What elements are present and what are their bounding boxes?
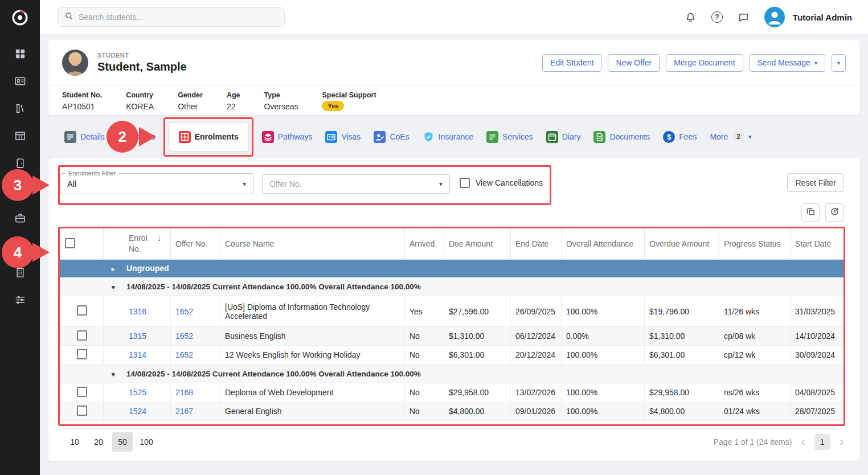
offer-no-select[interactable]: Offer No. ▾ bbox=[262, 174, 450, 194]
row-checkbox[interactable] bbox=[77, 330, 87, 341]
courses-icon[interactable] bbox=[14, 103, 26, 114]
column-header-course-name[interactable]: Course Name bbox=[220, 228, 405, 260]
progress-status-cell: cp/08 wk bbox=[719, 327, 791, 346]
dashboard-icon[interactable] bbox=[14, 48, 26, 60]
group-row-ungrouped[interactable]: ▸Ungrouped bbox=[60, 260, 844, 277]
enrol-no-link[interactable]: 1315 bbox=[129, 331, 146, 341]
chevron-left-icon[interactable]: ‹ bbox=[801, 436, 805, 448]
tab-documents[interactable]: Documents bbox=[593, 131, 650, 143]
details-icon bbox=[64, 131, 76, 143]
page-size-100[interactable]: 100 bbox=[136, 432, 157, 452]
column-header-enrol-no[interactable]: Enrol No.↓ bbox=[104, 228, 171, 260]
table-row[interactable]: 1314 1652 12 Weeks English for Working H… bbox=[60, 346, 844, 365]
info-label: Special Support bbox=[322, 91, 376, 99]
column-header-offer-no[interactable]: Offer No. bbox=[171, 228, 220, 260]
column-header-progress-status[interactable]: Progress Status bbox=[719, 228, 791, 260]
history-button[interactable] bbox=[825, 203, 844, 222]
page-size-10[interactable]: 10 bbox=[64, 432, 85, 452]
app-logo[interactable] bbox=[0, 0, 40, 35]
select-all-checkbox[interactable] bbox=[65, 238, 75, 248]
column-header-overall-attendance[interactable]: Overall Attendance bbox=[562, 228, 645, 260]
enrol-no-link[interactable]: 1525 bbox=[129, 388, 146, 397]
edit-student-button[interactable]: Edit Student bbox=[542, 54, 601, 72]
offer-no-link[interactable]: 2167 bbox=[175, 407, 193, 416]
send-message-button[interactable]: Send Message▾ bbox=[750, 54, 825, 72]
offer-no-link[interactable]: 1652 bbox=[175, 307, 193, 316]
group-row[interactable]: ▾14/08/2025 - 14/08/2025 Current Attenda… bbox=[60, 277, 844, 296]
start-date-cell: 30/09/2024 bbox=[791, 346, 844, 365]
column-header-end-date[interactable]: End Date bbox=[511, 228, 562, 260]
more-actions-button[interactable]: ▾ bbox=[832, 54, 846, 72]
table-row[interactable]: 1316 1652 [UoS] Diploma of Information T… bbox=[60, 296, 844, 327]
tab-more[interactable]: More 2 ▾ bbox=[710, 132, 751, 141]
start-date-cell: 31/03/2025 bbox=[791, 296, 844, 327]
notifications-bell-icon[interactable] bbox=[685, 11, 697, 23]
enrol-no-link[interactable]: 1524 bbox=[129, 407, 146, 416]
row-checkbox[interactable] bbox=[77, 406, 87, 416]
page-size-20[interactable]: 20 bbox=[88, 432, 109, 452]
table-row[interactable]: 1525 2168 Deploma of Web Development No … bbox=[60, 383, 844, 402]
copy-grid-button[interactable] bbox=[801, 203, 820, 222]
view-cancellations-checkbox[interactable] bbox=[460, 178, 470, 188]
enrol-no-link[interactable]: 1314 bbox=[129, 350, 146, 359]
offer-no-link[interactable]: 1652 bbox=[175, 331, 193, 341]
merge-document-button[interactable]: Merge Document bbox=[666, 54, 743, 72]
table-row[interactable]: 1524 2167 General English No $4,800.00 0… bbox=[60, 402, 844, 421]
organisation-icon[interactable] bbox=[14, 267, 26, 279]
user-menu[interactable]: Tutorial Admin bbox=[764, 7, 852, 27]
student-photo[interactable] bbox=[62, 50, 88, 76]
overdue-amount-cell: $4,800.00 bbox=[645, 402, 719, 421]
column-header-overdue-amount[interactable]: Overdue Amount bbox=[645, 228, 719, 260]
tab-label: More bbox=[710, 132, 728, 141]
expand-group-icon[interactable]: ▸ bbox=[112, 265, 126, 273]
reports-icon[interactable] bbox=[14, 239, 26, 251]
topbar: ? Tutorial Admin bbox=[40, 0, 868, 35]
tab-coes[interactable]: CoEs bbox=[374, 131, 409, 143]
chat-icon[interactable] bbox=[738, 11, 750, 23]
column-header-due-amount[interactable]: Due Amount bbox=[444, 228, 511, 260]
rooms-icon[interactable] bbox=[14, 157, 26, 169]
attendance-cell: 100.00% bbox=[562, 346, 645, 365]
enrol-no-link[interactable]: 1316 bbox=[129, 307, 146, 316]
tab-visas[interactable]: Visas bbox=[325, 131, 361, 143]
table-row[interactable]: 1315 1652 Business English No $1,310.00 … bbox=[60, 327, 844, 346]
help-icon[interactable]: ? bbox=[711, 11, 723, 23]
tab-diary[interactable]: Diary bbox=[546, 131, 581, 143]
tab-offers[interactable]: Offers bbox=[118, 131, 155, 143]
visas-icon bbox=[325, 131, 337, 143]
row-checkbox[interactable] bbox=[77, 349, 87, 359]
caret-down-icon: ▾ bbox=[837, 60, 840, 66]
tab-details[interactable]: Details bbox=[64, 131, 105, 143]
collapse-group-icon[interactable]: ▾ bbox=[112, 371, 126, 378]
row-checkbox[interactable] bbox=[77, 387, 87, 397]
tab-services[interactable]: Services bbox=[486, 131, 533, 143]
offer-no-link[interactable]: 1652 bbox=[175, 350, 193, 359]
page-number-button[interactable]: 1 bbox=[814, 434, 830, 450]
info-label: Type bbox=[264, 91, 298, 99]
student-search[interactable] bbox=[57, 7, 285, 27]
column-header-arrived[interactable]: Arrived bbox=[405, 228, 444, 260]
tab-enrolments[interactable]: Enrolments 2 bbox=[169, 122, 249, 151]
tab-fees[interactable]: $ Fees bbox=[663, 131, 697, 143]
calendar-icon[interactable] bbox=[14, 185, 26, 196]
column-header-start-date[interactable]: Start Date bbox=[791, 228, 844, 260]
page-size-50[interactable]: 50 bbox=[112, 432, 133, 452]
group-row[interactable]: ▾14/08/2025 - 14/08/2025 Current Attenda… bbox=[60, 365, 844, 383]
collapse-group-icon[interactable]: ▾ bbox=[112, 284, 126, 291]
row-checkbox[interactable] bbox=[77, 305, 87, 316]
settings-sliders-icon[interactable] bbox=[14, 294, 26, 306]
contacts-icon[interactable] bbox=[14, 75, 26, 87]
reset-filter-button[interactable]: Reset Filter bbox=[787, 173, 844, 192]
offer-no-link[interactable]: 2168 bbox=[175, 388, 193, 397]
tab-pathways[interactable]: Pathways bbox=[262, 131, 313, 143]
tab-label: Insurance bbox=[439, 132, 473, 141]
briefcase-icon[interactable] bbox=[14, 212, 26, 224]
grid-icon[interactable] bbox=[14, 130, 26, 142]
user-name: Tutorial Admin bbox=[793, 13, 852, 22]
page-summary: Page 1 of 1 (24 items) bbox=[714, 437, 792, 447]
enrolments-filter-select[interactable]: Enrolments Filter All ▾ bbox=[60, 173, 253, 194]
search-input[interactable] bbox=[79, 13, 277, 22]
chevron-right-icon[interactable]: › bbox=[840, 436, 844, 448]
tab-insurance[interactable]: Insurance bbox=[423, 131, 473, 143]
new-offer-button[interactable]: New Offer bbox=[608, 54, 660, 72]
